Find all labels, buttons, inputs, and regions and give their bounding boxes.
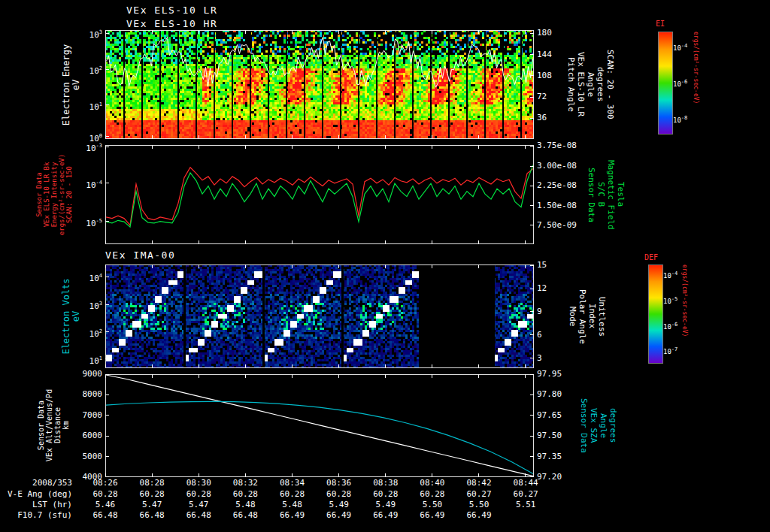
ephemeris-value: 60.28 [226,490,264,498]
colorbar-tick-label: 10-4 [663,271,693,280]
y-tick-label: 3.75e-08 [537,141,590,150]
ephemeris-row-label: V-E Ang (deg) [0,490,77,499]
ephemeris-value: 60.28 [86,490,124,498]
panel1-right-axis-label: Pitch Angle VEx ELS-10 LR Angle degrees … [566,30,614,139]
ephemeris-value: 66.48 [226,511,264,519]
colorbar-tick-label: 10-8 [673,115,703,124]
ephemeris-row-label: LST (hr) [0,500,77,509]
time-tick-label: 08:30 [180,479,217,487]
axis-label-line: Pitch Angle [566,30,575,139]
ephemeris-value: 5.51 [507,500,544,509]
ephemeris-value: 66.49 [460,511,498,519]
y-tick-label: 101 [57,355,102,365]
y-tick-label: 97.35 [537,452,590,461]
axis-label-line: VEx ELS-10 LR Bk [43,138,50,251]
axis-label-line: Angle [599,374,608,477]
axis-label-line: Tesla [616,145,625,244]
y-tick-label: 3 [537,354,590,362]
y-tick-label: 97.20 [537,473,590,481]
y-tick-label: 7.50e-09 [537,221,590,229]
ephemeris-value: 60.28 [367,490,405,498]
axis-label-line: Distance [53,374,62,477]
time-tick-label: 08:34 [274,479,311,487]
colorbar-title-ei: EI [656,20,665,28]
y-tick-label: 102 [57,65,102,75]
time-tick-label: 08:42 [461,479,497,487]
axis-label-line: Magnetic Field [606,145,615,244]
y-tick-label: 36 [537,113,590,122]
panel4-left-axis-label: Sensor Data VEx Alt/Venus/Pd Distance km [37,374,70,477]
y-tick-label: 101 [57,101,102,111]
axis-label-line: VEx SZA [589,374,598,477]
y-tick-label: 10-5 [57,217,102,228]
y-tick-label: 7000 [57,411,102,419]
colorbar-tick-label: 10-7 [663,346,693,355]
ephemeris-value: 66.48 [180,511,217,519]
colorbar-title-def: DEF [644,253,658,261]
axis-label-line: degrees [608,374,617,477]
axis-label-line: eV [71,31,81,140]
ephemeris-value: 5.50 [414,500,451,509]
axis-label-line: km [62,374,70,477]
time-tick-label: 08:32 [227,479,263,487]
y-tick-label: 10-4 [57,179,102,189]
y-tick-label: 108 [537,71,590,80]
y-tick-label: 3.00e-08 [537,162,590,170]
els-spectrogram-canvas [105,30,534,139]
panel3-right-axis-label: Mode Polar Angle Index Unitless [568,264,606,368]
ephemeris-value: 60.28 [133,490,171,498]
axis-label-line: degrees [596,30,605,139]
time-tick-label: 08:40 [414,479,450,487]
ephemeris-value: 5.47 [133,500,171,509]
ephemeris-value: 60.28 [320,490,358,498]
axis-label-line: Sensor Data [35,138,43,251]
y-tick-label: 97.80 [537,390,590,398]
axis-label-line: SCAN: 20 - 150 [65,138,73,251]
vex-orbit-data-plot-page: VEx ELS-10 LR VEx ELS-10 HR VEx IMA-00 E… [0,0,770,532]
y-tick-label: 9 [537,307,590,316]
altitude-sza-lineplot-canvas [105,374,534,477]
y-tick-label: 6000 [57,431,102,440]
axis-label-line: ergs/(cm²-sr-sec-eV) [58,138,65,251]
axis-label-line: Energy Intensity [50,138,58,251]
y-tick-label: 2.25e-08 [537,181,590,189]
y-tick-label: 15 [537,261,590,269]
y-tick-label: 102 [57,328,102,338]
y-tick-label: 104 [57,272,102,283]
axis-label-line: Mode [568,264,577,368]
ephemeris-value: 66.48 [86,511,124,519]
y-tick-label: 6 [537,331,590,339]
axis-label-line: Angle [586,30,595,139]
y-tick-label: 180 [537,29,590,37]
y-tick-label: 100 [57,132,102,143]
axis-label-line: Sensor Data [37,374,45,477]
y-tick-label: 97.65 [537,411,590,419]
y-tick-label: 144 [537,50,590,59]
colorbar-tick-label: 10-6 [673,79,703,88]
y-tick-label: 10-3 [57,142,102,153]
ephemeris-value: 60.27 [460,490,498,498]
ephemeris-value: 5.47 [180,500,217,509]
axis-label-line: Polar Angle [578,264,587,368]
ephemeris-value: 5.49 [367,500,405,509]
ephemeris-value: 5.48 [226,500,264,509]
ephemeris-value: 66.49 [274,511,311,519]
axis-label-line: S/C B [596,145,605,244]
panel3-title: VEx IMA-00 [105,249,175,261]
ephemeris-value: 5.50 [460,500,498,509]
time-tick-label: 08:26 [87,479,123,487]
y-tick-label: 8000 [57,390,102,398]
ephemeris-value: 5.48 [274,500,311,509]
y-tick-label: 1.50e-08 [537,201,590,210]
ima-spectrogram-canvas [105,264,534,368]
ephemeris-value: 60.28 [274,490,311,498]
ephemeris-value: 66.48 [133,511,171,519]
colorbar-tick-label: 10-4 [673,43,703,52]
y-tick-label: 103 [57,29,102,39]
panel1-left-axis-label: Electron Energy eV [62,31,81,140]
panel2-left-axis-label: Sensor Data VEx ELS-10 LR Bk Energy Inte… [35,138,73,251]
ephemeris-value: 60.27 [507,490,544,498]
axis-label-line: Unitless [597,264,606,368]
axis-label-line: Sensor Data [587,145,596,244]
ephemeris-value: 66.49 [320,511,358,519]
